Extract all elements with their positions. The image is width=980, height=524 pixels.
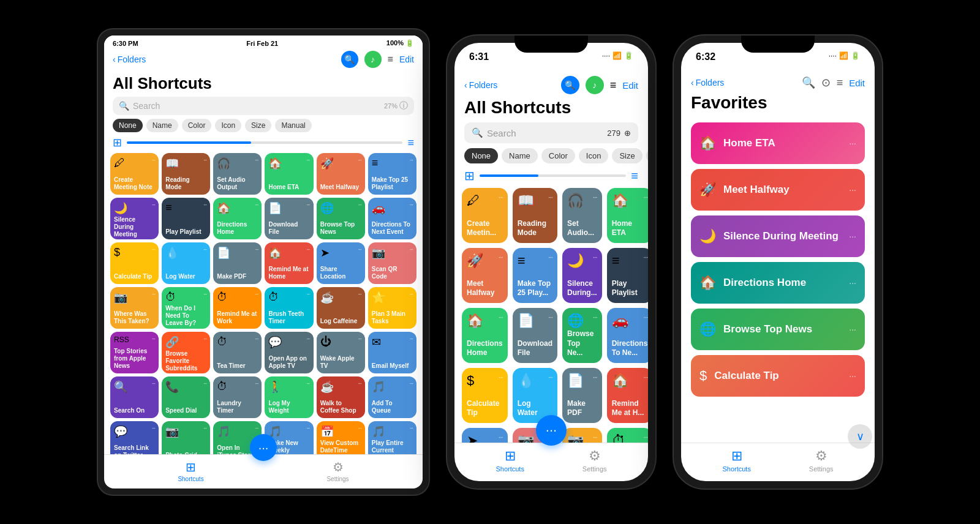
tablet-fab-button[interactable]: ··· xyxy=(250,434,277,461)
shortcut-directions-home[interactable]: 🏠··· Directions Home xyxy=(213,198,262,239)
shortcut-log-caffeine[interactable]: ☕··· Log Caffeine xyxy=(317,287,365,329)
filter-color[interactable]: Color xyxy=(182,119,212,132)
shortcut-datetime-formats[interactable]: 📅··· View Custom DateTime Formats xyxy=(317,421,365,454)
shortcut-speed-dial[interactable]: 📞··· Speed Dial xyxy=(162,376,210,418)
p1-shortcut-share-location[interactable]: ➤··· Share Location xyxy=(462,428,508,443)
shortcut-set-audio-output[interactable]: 🎧··· Set Audio Output xyxy=(213,153,262,195)
shortcut-remind-work[interactable]: ⏱··· Remind Me at Work xyxy=(213,287,262,329)
shortcut-reading-mode[interactable]: 📖··· Reading Mode xyxy=(162,153,210,195)
p1-shortcut-home-eta[interactable]: 🏠··· Home ETA xyxy=(607,188,648,243)
shortcut-search-on[interactable]: 🔍··· Search On xyxy=(110,376,159,418)
shortcut-home-eta[interactable]: 🏠··· Home ETA xyxy=(265,153,313,195)
shortcut-log-water[interactable]: 💧··· Log Water xyxy=(162,242,210,284)
shortcut-remind-me-home[interactable]: 🏠··· Remind Me at Home xyxy=(265,242,313,284)
fav-item-calculate-tip[interactable]: $ Calculate Tip ··· xyxy=(691,355,865,397)
fav-item-home-eta[interactable]: 🏠 Home ETA ··· xyxy=(691,122,865,164)
shortcut-open-appletv[interactable]: 💬··· Open App on Apple TV xyxy=(265,332,313,373)
phone1-filter-color[interactable]: Color xyxy=(541,148,575,163)
p1-shortcut-directions-event[interactable]: 🚗··· Directions To Ne... xyxy=(607,308,648,363)
spotify-icon[interactable]: ♪ xyxy=(364,51,382,68)
shortcut-add-queue[interactable]: 🎵··· Add To Queue xyxy=(368,376,417,418)
p1-shortcut-reading-mode[interactable]: 📖··· Reading Mode xyxy=(513,188,557,243)
phone1-edit-button[interactable]: Edit xyxy=(622,80,638,91)
fav-silence-dots[interactable]: ··· xyxy=(849,231,856,241)
shortcut-walk-coffee[interactable]: ☕··· Walk to Coffee Shop xyxy=(317,376,365,418)
shortcut-directions-next-event[interactable]: 🚗··· Directions To Next Event xyxy=(368,198,417,239)
shortcut-wake-appletv[interactable]: ⏻··· Wake Apple TV xyxy=(317,332,365,373)
phone1-filter-manual[interactable]: Manual xyxy=(646,148,648,163)
p1-shortcut-calc-tip[interactable]: $··· Calculate Tip xyxy=(462,368,508,423)
shortcut-play-playlist[interactable]: ≡··· Play Playlist xyxy=(162,198,210,239)
filter-icon[interactable]: Icon xyxy=(215,119,241,132)
shortcut-silence-meeting[interactable]: 🌙··· Silence During Meeting xyxy=(110,198,159,239)
shortcut-where-taken[interactable]: 📷··· Where Was This Taken? xyxy=(110,287,159,329)
shortcut-browse-top-news[interactable]: 🌐··· Browse Top News xyxy=(317,198,365,239)
phone1-search-bar[interactable]: 🔍 Search 279 ⊕ xyxy=(464,122,638,143)
phone2-back-button[interactable]: ‹ Folders xyxy=(691,78,724,88)
phone1-search-icon[interactable]: 🔍 xyxy=(561,76,579,94)
tablet-search-bar[interactable]: 🔍 Search 27% ⓘ xyxy=(113,97,414,115)
shortcut-photo-grid[interactable]: 📷··· Photo Grid xyxy=(162,421,210,454)
shortcut-browse-subreddits[interactable]: 🔗··· Browse Favorite Subreddits xyxy=(162,332,210,373)
edit-button[interactable]: Edit xyxy=(399,54,414,64)
list-view-icon[interactable]: ≡ xyxy=(407,137,414,149)
shortcut-make-pdf[interactable]: 📄··· Make PDF xyxy=(213,242,262,284)
phone1-back-button[interactable]: ‹ Folders xyxy=(464,80,497,90)
p1-shortcut-meet-halfway[interactable]: 🚀··· Meet Halfway xyxy=(462,248,508,303)
fav-home-eta-dots[interactable]: ··· xyxy=(849,138,856,148)
fav-item-meet-halfway[interactable]: 🚀 Meet Halfway ··· xyxy=(691,169,865,211)
tablet-back-button[interactable]: ‹ Folders xyxy=(113,54,146,64)
shortcut-plan-tasks[interactable]: ⭐··· Plan 3 Main Tasks xyxy=(368,287,417,329)
shortcut-play-album[interactable]: 🎵··· Play Entire Current Album xyxy=(368,421,417,454)
shortcut-share-location[interactable]: ➤··· Share Location xyxy=(317,242,365,284)
phone1-filter-name[interactable]: Name xyxy=(502,148,538,163)
phone1-menu-icon[interactable]: ≡ xyxy=(610,79,617,92)
phone1-grid-icon[interactable]: ⊞ xyxy=(464,168,475,183)
phone2-tab-settings[interactable]: ⚙ Settings xyxy=(809,448,834,473)
phone2-tab-shortcuts[interactable]: ⊞ Shortcuts xyxy=(722,448,750,473)
shortcut-search-twitter[interactable]: 💬··· Search Link on Twitter xyxy=(110,421,159,454)
fav-browse-news-dots[interactable]: ··· xyxy=(849,324,856,334)
scroll-down-button[interactable]: ∨ xyxy=(848,424,872,449)
phone1-filter-size[interactable]: Size xyxy=(612,148,642,163)
shortcut-email-myself[interactable]: ✉··· Email Myself xyxy=(368,332,417,373)
shortcut-calculate-tip[interactable]: $··· Calculate Tip xyxy=(110,242,159,284)
shortcut-top-stories[interactable]: RSS··· Top Stories from Apple News xyxy=(110,332,159,373)
fav-item-browse-news[interactable]: 🌐 Browse Top News ··· xyxy=(691,309,865,350)
shortcut-brush-teeth[interactable]: ⏱··· Brush Teeth Timer xyxy=(265,287,313,329)
phone1-filter-none[interactable]: None xyxy=(464,148,498,163)
shortcut-when-leave[interactable]: ⏱··· When Do I Need To Leave By? xyxy=(162,287,210,329)
fav-directions-home-dots[interactable]: ··· xyxy=(849,278,856,288)
phone1-slider[interactable] xyxy=(480,174,626,177)
shortcut-make-top25[interactable]: ≡··· Make Top 25 Playlist xyxy=(368,153,417,195)
search-icon[interactable]: 🔍 xyxy=(341,51,358,68)
phone2-edit-button[interactable]: Edit xyxy=(849,78,865,88)
p1-shortcut-create-meeting[interactable]: 🖊··· Create Meetin... xyxy=(462,188,508,243)
phone1-filter-icon[interactable]: Icon xyxy=(579,148,609,163)
phone1-spotify-icon[interactable]: ♪ xyxy=(586,76,604,94)
p1-shortcut-make-pdf[interactable]: 📄··· Make PDF xyxy=(562,368,602,423)
shortcut-meet-halfway[interactable]: 🚀··· Meet Halfway xyxy=(317,153,365,195)
shortcut-laundry-timer[interactable]: ⏱··· Laundry Timer xyxy=(213,376,262,418)
p1-shortcut-browse-news[interactable]: 🌐··· Browse Top Ne... xyxy=(562,308,602,363)
filter-name[interactable]: Name xyxy=(146,119,178,132)
phone1-list-icon[interactable]: ≡ xyxy=(631,169,638,183)
menu-icon[interactable]: ≡ xyxy=(388,54,393,65)
phone2-menu-icon[interactable]: ≡ xyxy=(837,77,843,89)
fav-item-directions-home[interactable]: 🏠 Directions Home ··· xyxy=(691,262,865,304)
phone2-filter-icon[interactable]: ⊙ xyxy=(821,76,831,89)
phone2-search-icon[interactable]: 🔍 xyxy=(802,76,815,89)
phone1-tab-shortcuts[interactable]: ⊞ Shortcuts xyxy=(496,448,524,473)
shortcut-tea-timer[interactable]: ⏱··· Tea Timer xyxy=(213,332,262,373)
p1-shortcut-directions-home[interactable]: 🏠··· Directions Home xyxy=(462,308,508,363)
p1-shortcut-where-taken[interactable]: 📷··· Where Was Th... xyxy=(562,428,602,443)
p1-shortcut-play-playlist[interactable]: ≡··· Play Playlist xyxy=(607,248,648,303)
phone1-fab-button[interactable]: ··· xyxy=(536,415,567,446)
filter-none[interactable]: None xyxy=(113,119,143,132)
fav-calculate-tip-dots[interactable]: ··· xyxy=(849,371,856,381)
size-slider[interactable] xyxy=(127,141,402,144)
p1-shortcut-when-leave[interactable]: ⏱··· When Do I Need... xyxy=(607,428,648,443)
shortcut-download-file[interactable]: 📄··· Download File xyxy=(265,198,313,239)
filter-size[interactable]: Size xyxy=(245,119,271,132)
p1-shortcut-remind-home[interactable]: 🏠··· Remind Me at H... xyxy=(607,368,648,423)
